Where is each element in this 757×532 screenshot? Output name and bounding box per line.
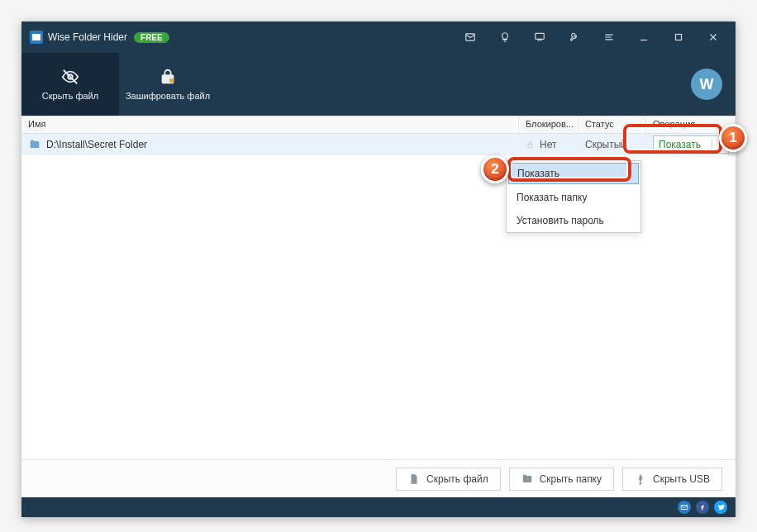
eye-slash-icon — [59, 68, 82, 86]
list-item[interactable]: D:\Install\Secret Folder Нет Скрытый Пок… — [21, 134, 736, 155]
app-title: Wise Folder Hider — [48, 31, 127, 43]
minimize-button[interactable] — [626, 21, 661, 53]
facebook-icon[interactable] — [696, 501, 709, 514]
callout-1: 1 — [719, 124, 747, 152]
maximize-button[interactable] — [661, 21, 696, 53]
hide-folder-button[interactable]: Скрыть папку — [509, 468, 614, 491]
col-status[interactable]: Статус — [578, 116, 646, 133]
col-name[interactable]: Имя — [21, 116, 519, 133]
feedback-icon[interactable] — [522, 21, 557, 53]
col-lock[interactable]: Блокиров... — [519, 116, 578, 133]
lock-key-icon — [156, 68, 179, 86]
menu-show[interactable]: Показать — [508, 163, 639, 184]
main-toolbar: Скрыть файл Зашифровать файл W — [21, 53, 736, 116]
app-icon — [30, 31, 43, 44]
avatar[interactable]: W — [691, 69, 722, 100]
file-list: D:\Install\Secret Folder Нет Скрытый Пок… — [21, 134, 736, 459]
free-badge: FREE — [134, 32, 169, 43]
lock-icon — [526, 140, 535, 150]
close-button[interactable] — [696, 21, 731, 53]
svg-rect-3 — [676, 35, 682, 40]
item-lock: Нет — [540, 139, 556, 150]
svg-rect-7 — [528, 145, 533, 148]
menu-icon[interactable] — [592, 21, 626, 53]
folder-icon — [521, 473, 533, 485]
lightbulb-icon[interactable] — [488, 21, 522, 53]
svg-point-8 — [640, 482, 641, 484]
operation-menu: Показать Показать папку Установить парол… — [506, 160, 641, 233]
footer — [21, 497, 736, 517]
bottom-action-bar: Скрыть файл Скрыть папку Скрыть USB — [21, 459, 736, 497]
column-headers: Имя Блокиров... Статус Операция — [21, 116, 736, 134]
mail-icon[interactable] — [453, 21, 488, 53]
svg-rect-2 — [536, 33, 545, 39]
mail-social-icon[interactable] — [678, 501, 691, 514]
folder-icon — [28, 139, 41, 150]
twitter-icon[interactable] — [714, 501, 727, 514]
menu-show-folder[interactable]: Показать папку — [507, 186, 640, 209]
menu-set-password[interactable]: Установить пароль — [507, 209, 640, 232]
hide-file-button[interactable]: Скрыть файл — [396, 468, 501, 491]
svg-point-6 — [169, 78, 174, 83]
item-status: Скрытый — [585, 139, 626, 150]
hide-usb-button[interactable]: Скрыть USB — [622, 468, 722, 491]
app-window: Wise Folder Hider FREE Скрыть файл Зашиф… — [21, 21, 736, 517]
usb-icon — [635, 473, 646, 485]
operation-dropdown[interactable]: Показать ▾ — [653, 135, 729, 154]
titlebar: Wise Folder Hider FREE — [21, 21, 736, 53]
encrypt-file-label: Зашифровать файл — [126, 91, 210, 101]
encrypt-file-tab[interactable]: Зашифровать файл — [119, 53, 217, 116]
operation-label: Показать — [654, 139, 712, 150]
item-path: D:\Install\Secret Folder — [46, 139, 147, 150]
file-icon — [408, 473, 420, 485]
tool-icon[interactable] — [557, 21, 592, 53]
callout-2: 2 — [481, 155, 509, 183]
hide-file-tab[interactable]: Скрыть файл — [21, 53, 119, 116]
hide-file-label: Скрыть файл — [42, 91, 98, 101]
